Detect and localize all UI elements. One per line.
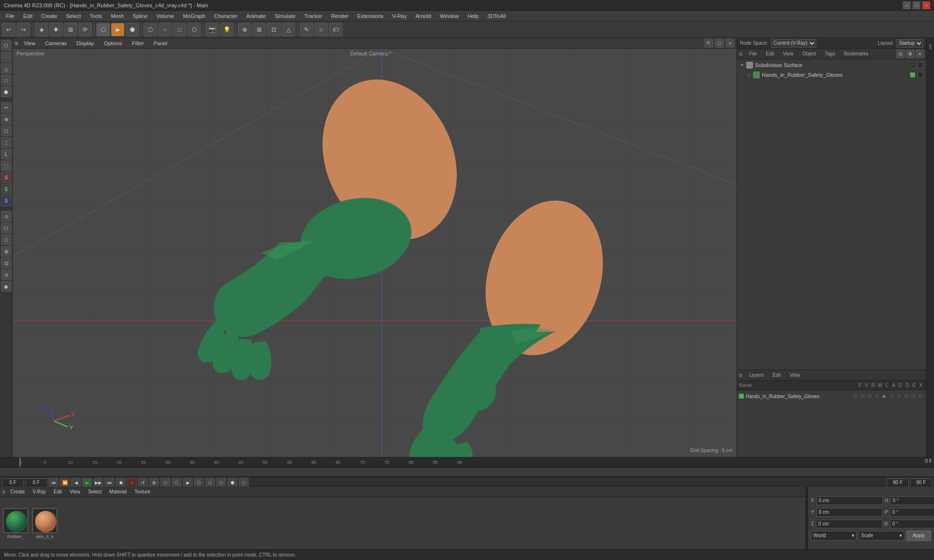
mat-texture[interactable]: Texture — [131, 488, 153, 495]
render-view-button[interactable]: ⬡ — [96, 23, 110, 36]
tag-tool[interactable]: 🏷 — [329, 23, 342, 36]
viewport-menu-options[interactable]: Options — [100, 39, 126, 47]
record-btn[interactable]: ● — [127, 478, 137, 488]
timeline-opts6[interactable]: ⬡ — [205, 478, 215, 488]
left-tool-bridge[interactable]: ⌶ — [1, 137, 12, 148]
timeline-opts9[interactable]: ⬡ — [239, 478, 249, 488]
menu-3dtoall[interactable]: 3DToAll — [484, 12, 510, 20]
left-tool-objects[interactable]: ⬢ — [1, 87, 12, 97]
menu-file[interactable]: File — [2, 12, 18, 20]
material-tool[interactable]: ☼ — [314, 23, 328, 36]
layers-tab[interactable]: Layers — [745, 371, 768, 379]
close-button[interactable]: × — [922, 1, 930, 9]
boolean-tool[interactable]: ⊕ — [238, 23, 251, 36]
viewport-menu-filter[interactable]: Filter — [128, 39, 147, 47]
viewport-maximize-btn[interactable]: ⇱ — [704, 39, 713, 48]
b-field[interactable] — [890, 520, 934, 528]
left-tool-lasso[interactable]: L — [1, 149, 12, 159]
cylinder-tool[interactable]: □ — [173, 23, 186, 36]
left-tool-paint[interactable]: ⊙ — [1, 211, 12, 222]
left-tool-grid[interactable]: ⊞ — [1, 246, 12, 257]
left-tool-fill[interactable]: ⬡ — [1, 223, 12, 233]
mat-vray[interactable]: V-Ray — [30, 488, 49, 495]
cube-tool[interactable]: ⬡ — [144, 23, 157, 36]
move-tool[interactable]: ✚ — [49, 23, 63, 36]
play-reverse-btn[interactable]: ◀ — [71, 478, 81, 488]
timeline-opts2[interactable]: ⬡ — [161, 478, 170, 488]
rotate-tool[interactable]: ⟳ — [78, 23, 92, 36]
left-tool-s1[interactable]: S — [1, 172, 12, 183]
tab-edit[interactable]: Edit — [762, 50, 778, 57]
minimize-button[interactable]: − — [903, 1, 911, 9]
select-tool[interactable]: ◈ — [35, 23, 48, 36]
mat-material[interactable]: Material — [107, 488, 130, 495]
tab-file[interactable]: File — [745, 50, 761, 57]
end-frame-field1[interactable] — [887, 478, 909, 487]
render-button[interactable]: ▶ — [111, 23, 125, 36]
x-field[interactable] — [816, 496, 883, 505]
tab-bookmarks[interactable]: Bookmarks — [840, 50, 872, 57]
menu-vray[interactable]: V-Ray — [388, 12, 411, 20]
tab-object[interactable]: Object — [798, 50, 820, 57]
menu-spline[interactable]: Spline — [129, 12, 152, 20]
stop-btn[interactable]: ⏹ — [116, 478, 126, 488]
sphere-tool[interactable]: ○ — [158, 23, 172, 36]
layout-select[interactable]: Startup — [897, 39, 923, 48]
left-tool-poly[interactable]: □ — [1, 75, 12, 86]
end-frame-field2[interactable] — [910, 478, 932, 487]
mat-select[interactable]: Select — [85, 488, 105, 495]
render-region-button[interactable]: ⬢ — [126, 23, 139, 36]
left-tool-extrude[interactable]: ⊕ — [1, 114, 12, 124]
mat-view[interactable]: View — [67, 488, 84, 495]
apply-button[interactable]: Apply — [906, 530, 931, 541]
left-tool-select[interactable]: ⬡ — [1, 40, 12, 51]
menu-edit[interactable]: Edit — [19, 12, 36, 20]
menu-character[interactable]: Character — [210, 12, 241, 20]
goto-end-btn[interactable]: ⏭ — [105, 478, 114, 488]
menu-animate[interactable]: Animate — [242, 12, 269, 20]
left-tool-rect-select[interactable]: ⬚ — [1, 160, 12, 171]
subdivision-tool[interactable]: △ — [282, 23, 295, 36]
timeline-opts3[interactable]: ⬡ — [172, 478, 181, 488]
viewport[interactable]: X Y Z Grid Spacing : 5 cm — [13, 49, 736, 457]
left-tool-loop[interactable]: ⊡ — [1, 258, 12, 268]
left-tool-ring[interactable]: ⊙ — [1, 269, 12, 280]
viewport-restore-btn[interactable]: ⬡ — [715, 39, 724, 48]
mat-edit[interactable]: Edit — [51, 488, 65, 495]
menu-help[interactable]: Help — [464, 12, 483, 20]
menu-tools[interactable]: Tools — [86, 12, 106, 20]
p-field[interactable] — [890, 508, 934, 517]
instance-tool[interactable]: ⊡ — [267, 23, 281, 36]
viewport-menu-view[interactable]: View — [20, 39, 39, 47]
layer-row-hands[interactable]: Hands_in_Rubber_Safety_Gloves ⬡ ⬡ ⬡ ⬡ ▶ … — [739, 391, 924, 401]
maximize-button[interactable]: □ — [913, 1, 920, 9]
panel-settings-btn[interactable]: ⚙ — [906, 50, 915, 58]
menu-extensions[interactable]: Extensions — [353, 12, 387, 20]
mat-create[interactable]: Create — [7, 488, 28, 495]
menu-create[interactable]: Create — [37, 12, 61, 20]
camera-tool[interactable]: 📷 — [205, 23, 219, 36]
layers-view-tab[interactable]: View — [786, 371, 804, 379]
timeline-opts7[interactable]: ⬡ — [216, 478, 226, 488]
play-btn[interactable]: ▶ — [82, 478, 92, 488]
menu-mograph[interactable]: MoGraph — [179, 12, 209, 20]
y-field[interactable] — [816, 508, 883, 517]
z-field[interactable] — [816, 520, 882, 528]
scale-tool[interactable]: ⊞ — [64, 23, 77, 36]
left-tool-mirror[interactable]: ⬡ — [1, 234, 12, 245]
viewport-options-btn[interactable]: ≡ — [726, 39, 735, 48]
left-tool-magnet[interactable]: ◉ — [1, 281, 12, 292]
menu-tracker[interactable]: Tracker — [301, 12, 326, 20]
left-tool-edges[interactable]: △ — [1, 63, 12, 74]
left-tool-s2[interactable]: S — [1, 184, 12, 194]
plane-tool[interactable]: ⬡ — [187, 23, 201, 36]
viewport-menu-display[interactable]: Display — [72, 39, 98, 47]
light-tool[interactable]: 💡 — [220, 23, 234, 36]
timeline-opts8[interactable]: ⬢ — [228, 478, 237, 488]
panel-icon-btn[interactable]: ≡ — [916, 50, 924, 58]
start-frame-field[interactable] — [2, 478, 24, 487]
array-tool[interactable]: ⊞ — [252, 23, 266, 36]
h-field[interactable] — [890, 496, 934, 505]
layers-edit-tab[interactable]: Edit — [769, 371, 785, 379]
play-forward-btn[interactable]: ▶▶ — [93, 478, 103, 488]
